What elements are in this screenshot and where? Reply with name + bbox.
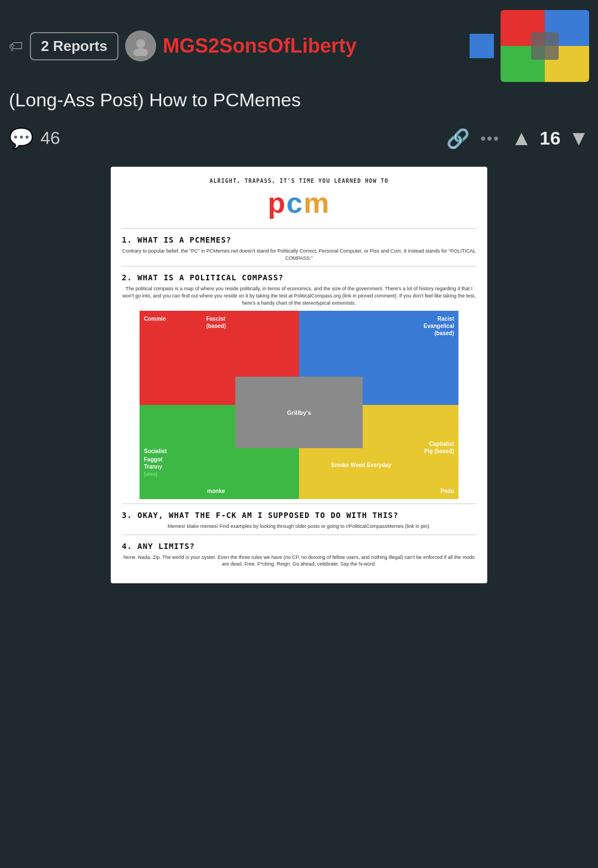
section2-heading: 2. What is a Political Compass? xyxy=(122,273,476,282)
post-content-area: Alright, traPass, it's time you learned … xyxy=(0,161,598,594)
label-pedo: Pedo xyxy=(441,487,454,495)
vote-count: 16 xyxy=(540,127,561,149)
header: 🏷 2 Reports MGS2SonsOfLiberty xyxy=(0,0,598,88)
avatar xyxy=(125,30,156,61)
label-monke: monke xyxy=(207,487,225,495)
downvote-button[interactable]: ▼ xyxy=(568,126,589,150)
pcm-subtitle: Alright, traPass, it's time you learned … xyxy=(122,178,476,184)
comment-count: 46 xyxy=(40,128,60,148)
pcm-logo-p: p xyxy=(268,187,287,219)
label-socialist: Socialist xyxy=(144,448,167,455)
political-compass-chart: Commie Fascist(based) RacistEvangelical(… xyxy=(140,311,458,499)
username[interactable]: MGS2SonsOfLiberty xyxy=(163,34,463,58)
section4-body: None. Nada. Zip. The world is your oyste… xyxy=(122,554,476,568)
section3-heading: 3. Okay, what the f-ck am I supposed to … xyxy=(122,511,476,520)
label-faggot-tranny: FaggotTranny(also) xyxy=(144,456,162,478)
svg-point-1 xyxy=(133,48,148,56)
label-fascist: Fascist(based) xyxy=(206,315,226,330)
label-smoke-weed: Smoke Weed Everyday xyxy=(331,461,391,469)
section4-heading: 4. Any Limits? xyxy=(122,542,476,551)
label-commie: Commie xyxy=(144,315,166,322)
comment-icon[interactable]: 💬 xyxy=(9,127,34,150)
flair-square xyxy=(470,34,494,58)
vote-section: ▲ 16 ▼ xyxy=(511,126,589,150)
label-capitalist: CapitalistPig (based) xyxy=(424,440,454,455)
label-racist: RacistEvangelical(based) xyxy=(424,315,454,337)
center-label: Grillby's xyxy=(287,409,311,416)
upvote-button[interactable]: ▲ xyxy=(511,126,532,150)
post-title: (Long-Ass Post) How to PCMemes xyxy=(0,88,598,121)
more-options-button[interactable]: ••• xyxy=(481,130,500,147)
comment-section: 💬 46 xyxy=(9,127,60,150)
section1-heading: 1. What is a PCMemes? xyxy=(122,235,476,244)
post-image: Alright, traPass, it's time you learned … xyxy=(111,167,487,583)
link-icon[interactable]: 🔗 xyxy=(446,127,470,150)
section3-body: Memes! Make memes! Find examples by look… xyxy=(122,523,476,530)
pcm-logo-c: c xyxy=(286,187,303,219)
compass-center-grillby: Grillby's xyxy=(235,377,363,448)
divider-1 xyxy=(122,228,476,229)
divider-2 xyxy=(122,266,476,266)
section1-body: Contrary to popular belief, the "PC" in … xyxy=(122,248,476,261)
back-button[interactable]: 🏷 xyxy=(9,38,23,55)
section2-body: The political compass is a map of where … xyxy=(122,285,476,306)
pcm-logo: pcm xyxy=(122,186,476,219)
action-bar: 💬 46 🔗 ••• ▲ 16 ▼ xyxy=(0,121,598,161)
divider-3 xyxy=(122,504,476,504)
post-thumbnail[interactable] xyxy=(501,10,589,82)
reports-badge[interactable]: 2 Reports xyxy=(30,32,118,60)
svg-point-0 xyxy=(136,39,145,48)
divider-4 xyxy=(122,535,476,535)
pcm-logo-m: m xyxy=(303,187,330,219)
